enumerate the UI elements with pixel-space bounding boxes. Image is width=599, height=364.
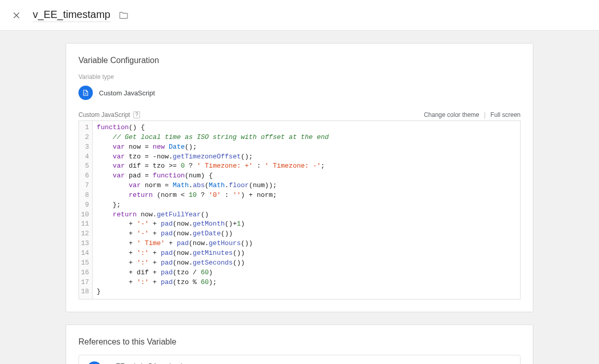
help-icon[interactable]: ?	[133, 111, 141, 118]
code-area[interactable]: function() { // Get local time as ISO st…	[93, 121, 520, 299]
line-number-gutter: 1 2 3 4 5 6 7 8 9 10 11 12 13 14 15 16 1…	[79, 121, 93, 299]
full-screen-link[interactable]: Full screen	[490, 111, 521, 118]
panel-title: Variable Configuration	[78, 56, 521, 65]
javascript-icon	[78, 86, 93, 100]
editor-header: Custom JavaScript ? Change color theme |…	[78, 111, 521, 118]
variable-title[interactable]: v_EE_timestamp	[33, 9, 110, 22]
divider: |	[484, 111, 486, 118]
folder-icon[interactable]	[118, 10, 129, 21]
header-bar: v_EE_timestamp	[0, 0, 599, 31]
variable-type-label: Variable type	[78, 73, 521, 80]
canvas: Variable Configuration Variable type Cus…	[0, 31, 599, 364]
variable-type-row[interactable]: Custom JavaScript	[78, 86, 521, 100]
variable-configuration-panel: Variable Configuration Variable type Cus…	[66, 43, 533, 312]
change-color-theme-link[interactable]: Change color theme	[424, 111, 479, 118]
close-button[interactable]	[8, 7, 25, 24]
variable-type-name: Custom JavaScript	[99, 89, 155, 97]
code-editor[interactable]: 1 2 3 4 5 6 7 8 9 10 11 12 13 14 15 16 1…	[78, 120, 521, 299]
editor-label: Custom JavaScript	[78, 111, 130, 118]
reference-name: v_EE_mimic GA payload	[109, 362, 182, 364]
reference-item[interactable]: v_EE_mimic GA payload Variable	[78, 355, 521, 364]
references-panel: References to this Variable v_EE_mimic G…	[66, 325, 533, 364]
close-icon	[12, 11, 21, 20]
variable-icon	[87, 361, 102, 364]
references-title: References to this Variable	[78, 337, 521, 347]
